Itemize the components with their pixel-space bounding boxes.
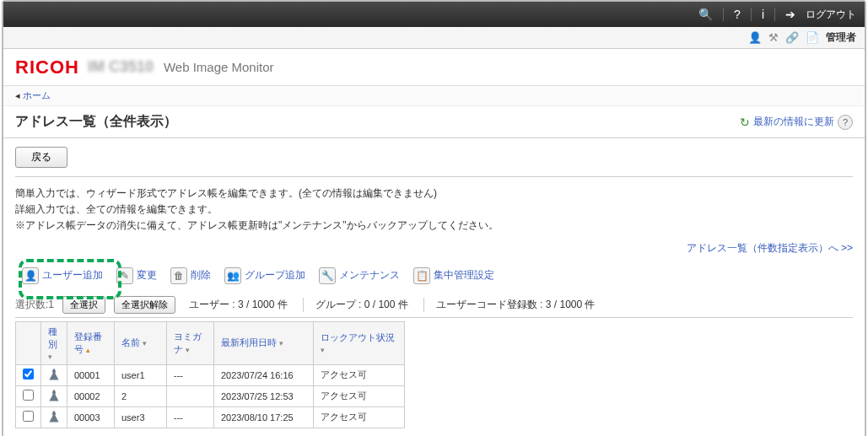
col-yomi[interactable]: ヨミガナ ▾ bbox=[167, 321, 214, 364]
refresh-link[interactable]: 最新の情報に更新 bbox=[753, 115, 834, 129]
desc-line-1: 簡単入力では、ウィザード形式でアドレス帳を編集できます。(全ての情報は編集できま… bbox=[15, 186, 853, 202]
refresh-icon[interactable]: ↻ bbox=[740, 116, 750, 129]
toolbar: 👤 ユーザー追加 ✎ 変更 🗑 削除 👥 グループ追加 🔧 メンテナンス 📋 集… bbox=[15, 267, 853, 284]
desc-line-3: ※アドレス帳データの消失に備えて、アドレス帳更新時は"メンテナンス"からバックア… bbox=[15, 218, 853, 234]
add-group-label: グループ追加 bbox=[245, 268, 305, 283]
add-group-button[interactable]: 👥 グループ追加 bbox=[224, 267, 305, 284]
cell-yomi: --- bbox=[167, 406, 214, 428]
top-bar: 🔍 ? i ➔ ログアウト bbox=[3, 2, 865, 27]
search-icon[interactable]: 🔍 bbox=[698, 8, 713, 21]
breadcrumb: ◂ ホーム bbox=[3, 86, 865, 106]
batch-icon: 📋 bbox=[413, 267, 430, 284]
breadcrumb-arrow: ◂ bbox=[15, 90, 23, 100]
count-view-link[interactable]: アドレス一覧（件数指定表示）へ >> bbox=[687, 242, 853, 254]
add-user-label: ユーザー追加 bbox=[42, 268, 103, 283]
row-checkbox[interactable] bbox=[23, 411, 34, 422]
model-name: IM C3510 bbox=[88, 58, 154, 76]
add-user-icon: 👤 bbox=[22, 267, 39, 284]
cell-reg: 00002 bbox=[67, 385, 115, 406]
sub-icon-3: 🔗 bbox=[785, 31, 799, 44]
title-bar: アドレス一覧（全件表示） ↻ 最新の情報に更新 ? bbox=[3, 106, 865, 138]
table-row: 00003user3---2023/08/10 17:25アクセス可 bbox=[16, 406, 405, 428]
cell-name: 2 bbox=[115, 385, 167, 406]
stat-usercode: ユーザーコード登録数 : 3 / 1000 件 bbox=[423, 298, 596, 312]
selection-row: 選択数:1 全選択 全選択解除 ユーザー : 3 / 1000 件 グループ :… bbox=[15, 296, 853, 318]
cell-reg: 00001 bbox=[67, 364, 115, 385]
admin-label: 管理者 bbox=[826, 30, 856, 45]
breadcrumb-home[interactable]: ホーム bbox=[23, 90, 51, 100]
cell-date: 2023/08/10 17:25 bbox=[214, 406, 314, 428]
select-all-button[interactable]: 全選択 bbox=[62, 296, 105, 314]
logout-link[interactable]: ログアウト bbox=[806, 8, 856, 22]
table-row: 00001user1---2023/07/24 16:16アクセス可 bbox=[16, 364, 405, 385]
col-lock[interactable]: ロックアウト状況 ▾ bbox=[314, 321, 405, 364]
col-date[interactable]: 最新利用日時 ▾ bbox=[214, 321, 314, 364]
cell-date: 2023/07/25 12:53 bbox=[214, 385, 314, 406]
cell-yomi bbox=[167, 385, 214, 406]
info-icon[interactable]: i bbox=[762, 8, 764, 21]
sub-icon-4: 📄 bbox=[806, 31, 819, 44]
add-group-icon: 👥 bbox=[224, 267, 241, 284]
help-icon[interactable]: ? bbox=[838, 115, 853, 130]
batch-label: 集中管理設定 bbox=[434, 268, 494, 283]
sub-icon-1: 👤 bbox=[748, 31, 762, 44]
stat-group: グループ : 0 / 100 件 bbox=[303, 298, 408, 312]
delete-label: 削除 bbox=[191, 268, 211, 283]
person-icon bbox=[48, 369, 60, 380]
cell-lock: アクセス可 bbox=[314, 385, 405, 406]
selection-count: 選択数:1 bbox=[15, 298, 54, 312]
cell-reg: 00003 bbox=[67, 406, 115, 428]
description: 簡単入力では、ウィザード形式でアドレス帳を編集できます。(全ての情報は編集できま… bbox=[15, 186, 853, 234]
header: RICOH IM C3510 Web Image Monitor bbox=[3, 49, 865, 86]
change-icon: ✎ bbox=[116, 267, 133, 284]
col-name[interactable]: 名前 ▾ bbox=[115, 321, 167, 364]
sub-icon-2: ⚒ bbox=[768, 31, 779, 44]
logo: RICOH bbox=[15, 57, 79, 78]
delete-icon: 🗑 bbox=[170, 267, 187, 284]
change-button[interactable]: ✎ 変更 bbox=[116, 267, 157, 284]
sub-bar: 👤 ⚒ 🔗 📄 管理者 bbox=[3, 27, 865, 49]
row-checkbox[interactable] bbox=[23, 369, 34, 379]
cell-name: user1 bbox=[115, 364, 167, 385]
logout-arrow-icon: ➔ bbox=[785, 8, 795, 21]
col-type[interactable]: 種別 ▾ bbox=[41, 321, 67, 364]
stat-user: ユーザー : 3 / 1000 件 bbox=[189, 298, 288, 312]
change-label: 変更 bbox=[137, 268, 157, 283]
cell-lock: アクセス可 bbox=[314, 406, 405, 428]
desc-line-2: 詳細入力では、全ての情報を編集できます。 bbox=[15, 202, 853, 218]
col-reg[interactable]: 登録番号 ▴ bbox=[67, 321, 115, 364]
cell-name: user3 bbox=[115, 406, 167, 428]
maintenance-button[interactable]: 🔧 メンテナンス bbox=[319, 267, 400, 284]
maintenance-icon: 🔧 bbox=[319, 267, 336, 284]
table-row: 0000222023/07/25 12:53アクセス可 bbox=[16, 385, 405, 406]
person-icon bbox=[48, 390, 60, 401]
deselect-all-button[interactable]: 全選択解除 bbox=[114, 296, 175, 314]
cell-date: 2023/07/24 16:16 bbox=[214, 364, 314, 385]
address-table: 種別 ▾ 登録番号 ▴ 名前 ▾ ヨミガナ ▾ 最新利用日時 ▾ ロックアウト状… bbox=[15, 321, 405, 428]
stats: ユーザー : 3 / 1000 件 グループ : 0 / 100 件 ユーザーコ… bbox=[189, 298, 595, 312]
col-checkbox bbox=[16, 321, 41, 364]
cell-yomi: --- bbox=[167, 364, 214, 385]
page-title: アドレス一覧（全件表示） bbox=[15, 113, 177, 131]
back-button-top[interactable]: 戻る bbox=[15, 147, 67, 168]
add-user-button[interactable]: 👤 ユーザー追加 bbox=[22, 267, 103, 284]
product-name: Web Image Monitor bbox=[164, 60, 274, 74]
person-icon bbox=[48, 411, 60, 423]
cell-lock: アクセス可 bbox=[314, 364, 405, 385]
maintenance-label: メンテナンス bbox=[339, 268, 400, 283]
delete-button[interactable]: 🗑 削除 bbox=[170, 267, 211, 284]
row-checkbox[interactable] bbox=[23, 390, 34, 401]
help-top-icon[interactable]: ? bbox=[734, 8, 741, 21]
batch-button[interactable]: 📋 集中管理設定 bbox=[413, 267, 494, 284]
